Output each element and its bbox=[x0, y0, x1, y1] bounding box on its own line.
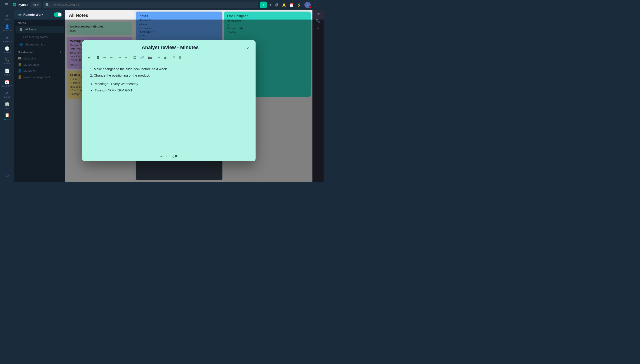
hamburger-icon[interactable]: ☰ bbox=[3, 1, 10, 9]
mention-icon[interactable]: @ bbox=[275, 3, 279, 7]
sidebar-item-contacts[interactable]: 👤 CONTACTS bbox=[0, 22, 14, 34]
org-icon: 🏢 bbox=[5, 102, 10, 106]
history-icon: 🕐 bbox=[5, 46, 10, 51]
spellcheck-icon: abc bbox=[160, 155, 165, 158]
notes-list-header: All Notes bbox=[65, 10, 134, 20]
code-button[interactable]: {} bbox=[177, 55, 182, 60]
toolbar-separator bbox=[130, 56, 130, 60]
link-button[interactable]: 🔗 bbox=[139, 55, 145, 60]
calendar-label: CALENDAR bbox=[2, 85, 13, 87]
far-left-nav: # CHATS 👤 CONTACTS # CHANNELS 🕐 HISTORY … bbox=[0, 10, 14, 182]
contacts-label: CONTACTS bbox=[2, 30, 12, 32]
logo-icon bbox=[12, 2, 17, 7]
list-item: Make changes to the slide deck before ne… bbox=[94, 66, 249, 72]
workspace-name: 📹 Remote Work bbox=[18, 13, 43, 16]
sidebar-item-chats[interactable]: # CHATS bbox=[0, 12, 14, 22]
channels-icon: # bbox=[6, 35, 8, 40]
notes-label: NOTES bbox=[4, 118, 11, 120]
channels-label: CHANNELS bbox=[2, 40, 13, 42]
modal-content[interactable]: Make changes to the slide deck before ne… bbox=[82, 62, 256, 151]
notification-icon[interactable]: 🔔 bbox=[282, 3, 286, 7]
app-logo: Zylker bbox=[12, 2, 28, 7]
calendar-icon[interactable]: 📅 bbox=[289, 3, 294, 7]
sidebar-item-settings[interactable]: ⚙ bbox=[5, 172, 9, 180]
sidebar-header: 📹 Remote Work bbox=[14, 10, 65, 20]
sidebar-item-notes[interactable]: 📋 NOTES bbox=[0, 111, 14, 122]
search-input[interactable] bbox=[52, 3, 256, 7]
image-button[interactable]: 📷 bbox=[147, 55, 153, 60]
modal-overlay: Analyst review - Minutes ✓ A ☰ ⇤ ⇥ ≡ ≡ ☑… bbox=[14, 20, 324, 182]
grid-icon[interactable]: ⋮⋮ bbox=[314, 3, 321, 7]
phone-label: PHONE bbox=[4, 63, 11, 65]
indent-decrease-button[interactable]: ⇤ bbox=[102, 55, 107, 60]
notes-list-title: All Notes bbox=[69, 13, 88, 18]
chevron-down-icon: ▾ bbox=[37, 3, 39, 7]
tasks-label: TASKS bbox=[4, 96, 10, 98]
sidebar-item-calendar[interactable]: 📅 CALENDAR bbox=[0, 78, 14, 89]
ordered-list-button[interactable]: ≡ bbox=[118, 55, 122, 60]
search-bar[interactable]: 🔍 bbox=[43, 2, 258, 8]
unordered-list-button[interactable]: ≡ bbox=[124, 55, 128, 60]
monitor-icon: 📹 bbox=[18, 13, 22, 16]
topbar: ☰ Zylker All ▾ 🔍 + ★ @ 🔔 📅 ⚡ U ⋮⋮ bbox=[0, 0, 324, 10]
notification-badge bbox=[309, 6, 311, 8]
note-editor-modal: Analyst review - Minutes ✓ A ☰ ⇤ ⇥ ≡ ≡ ☑… bbox=[82, 40, 256, 161]
email-icon[interactable]: ✉ bbox=[317, 12, 320, 16]
sidebar-item-tasks[interactable]: ✓ TASKS bbox=[0, 89, 14, 100]
list-item: Timing - 4PM - 5PM GMT bbox=[95, 88, 249, 93]
star-icon[interactable]: ★ bbox=[269, 3, 272, 7]
eraser-button[interactable]: ◊✖ bbox=[172, 154, 178, 159]
table-button[interactable]: ⊞ bbox=[163, 55, 168, 60]
sidebar-item-org[interactable]: 🏢 ORG bbox=[0, 100, 14, 111]
remote-work-toggle[interactable] bbox=[54, 12, 62, 17]
sidebar-item-phone[interactable]: 📞 PHONE bbox=[0, 56, 14, 66]
search-scope-dropdown[interactable]: All ▾ bbox=[30, 2, 41, 8]
modal-toolbar: A ☰ ⇤ ⇥ ≡ ≡ ☑ 🔗 📷 ≡ ⊞ ❝ {} bbox=[82, 53, 256, 62]
list-item: Meetings - Every Wednesday bbox=[95, 82, 249, 86]
avatar[interactable]: U bbox=[304, 2, 311, 8]
modal-footer: abc ✓ ◊✖ bbox=[82, 151, 256, 161]
modal-close-button[interactable]: ✓ bbox=[247, 45, 250, 50]
settings-nav-icon: ⚙ bbox=[5, 174, 9, 178]
contacts-icon: 👤 bbox=[5, 24, 10, 29]
settings-icon[interactable]: ⚡ bbox=[297, 3, 301, 7]
chats-label: CHATS bbox=[4, 19, 10, 21]
tasks-icon: ✓ bbox=[6, 90, 9, 96]
files-label: FILES bbox=[5, 74, 10, 76]
notes-icon: 📋 bbox=[5, 113, 10, 118]
modal-title: Analyst review - Minutes bbox=[94, 44, 247, 50]
font-button[interactable]: A bbox=[87, 55, 91, 60]
sidebar-item-channels[interactable]: # CHANNELS bbox=[0, 34, 14, 44]
checkbox-button[interactable]: ☑ bbox=[132, 55, 138, 60]
topbar-icons: ★ @ 🔔 📅 ⚡ U ⋮⋮ bbox=[269, 2, 321, 8]
sidebar-item-history[interactable]: 🕐 HISTORY bbox=[0, 44, 14, 56]
files-icon: 📄 bbox=[5, 68, 10, 73]
right-card-title: f the Designer bbox=[227, 14, 308, 18]
modal-header: Analyst review - Minutes ✓ bbox=[82, 40, 256, 53]
app-name: Zylker bbox=[18, 3, 28, 7]
right-card-title: Inputs bbox=[139, 14, 220, 18]
spellcheck-button[interactable]: abc ✓ bbox=[160, 155, 168, 158]
spellcheck-check-icon: ✓ bbox=[166, 155, 168, 158]
history-label: HISTORY bbox=[3, 52, 12, 54]
toolbar-separator bbox=[170, 56, 170, 60]
calendar-nav-icon: 📅 bbox=[5, 80, 10, 84]
list-item: Change the positioning of the product. bbox=[94, 73, 249, 78]
modal-numbered-list: Make changes to the slide deck before ne… bbox=[88, 66, 249, 78]
indent-increase-button[interactable]: ⇥ bbox=[109, 55, 114, 60]
modal-bullet-list: Meetings - Every Wednesday Timing - 4PM … bbox=[88, 82, 249, 93]
search-icon: 🔍 bbox=[45, 3, 50, 7]
sidebar-item-files[interactable]: 📄 FILES bbox=[0, 66, 14, 78]
add-button[interactable]: + bbox=[260, 2, 267, 8]
phone-icon: 📞 bbox=[5, 57, 10, 62]
chats-icon: # bbox=[6, 13, 8, 18]
toolbar-separator bbox=[155, 56, 155, 60]
eraser-icon: ◊✖ bbox=[172, 154, 178, 159]
org-label: ORG bbox=[5, 107, 9, 109]
text-align-button[interactable]: ≡ bbox=[157, 55, 161, 60]
toolbar-separator bbox=[93, 56, 93, 60]
align-button[interactable]: ☰ bbox=[95, 55, 101, 60]
quote-button[interactable]: ❝ bbox=[172, 55, 176, 60]
main-wrapper: # CHATS 👤 CONTACTS # CHANNELS 🕐 HISTORY … bbox=[0, 10, 324, 182]
